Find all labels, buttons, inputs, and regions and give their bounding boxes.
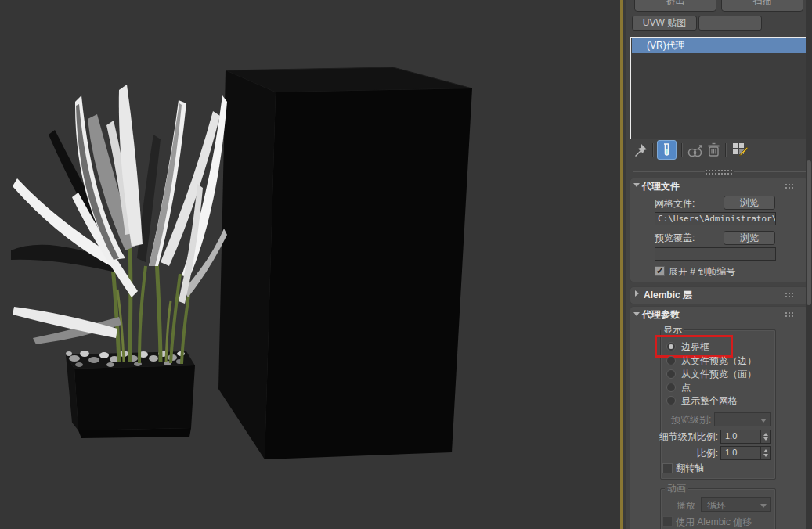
use-alembic-offset-label[interactable]: 使用 Alembic 偏移 [676, 516, 752, 529]
lod-scale-spinner[interactable]: 1.0 [720, 430, 771, 444]
rollout-title-proxy-params[interactable]: 代理参数 [642, 308, 680, 322]
radio-preview-from-file-edges[interactable] [666, 356, 676, 365]
radio-show-whole-mesh[interactable] [666, 396, 676, 405]
viewport-scene [0, 0, 620, 529]
preview-level-dropdown[interactable] [714, 412, 771, 426]
rollout-collapse-arrow-icon[interactable] [633, 312, 640, 316]
radio-preview-from-file-faces-label[interactable]: 从文件预览（面） [681, 368, 756, 381]
playback-label: 播放 [677, 499, 695, 513]
mesh-file-path-field[interactable]: C:\Users\Administrator\Do [655, 212, 776, 225]
radio-points-label[interactable]: 点 [681, 381, 691, 394]
modifier-stack-list[interactable]: (VR)代理 [630, 37, 807, 139]
playback-value: 循环 [707, 499, 726, 513]
modifier-stack-item-vray-proxy[interactable]: (VR)代理 [632, 38, 806, 53]
command-panel: 挤出 扫描 UVW 贴图 (VR)代理 [626, 0, 812, 529]
plant-pot [66, 351, 195, 438]
radio-points[interactable] [666, 383, 676, 392]
expand-frame-label[interactable]: 展开 # 到帧编号 [669, 265, 735, 279]
mesh-file-label: 网格文件: [655, 197, 695, 211]
rollout-drag-grip[interactable] [785, 311, 795, 318]
show-end-result-button[interactable] [657, 140, 677, 160]
sweep-button[interactable]: 扫描 [721, 0, 803, 12]
rollout-splitter-grip[interactable] [705, 169, 734, 175]
extrude-button[interactable]: 挤出 [634, 0, 716, 12]
radio-preview-from-file-edges-label[interactable]: 从文件预览（边） [681, 354, 756, 368]
mesh-file-browse-button[interactable]: 浏览 [724, 196, 775, 210]
blank-button[interactable] [698, 16, 762, 31]
configure-modifier-sets-icon[interactable] [731, 142, 749, 158]
make-unique-icon[interactable] [687, 144, 704, 157]
rollout-title-alembic[interactable]: Alembic 层 [644, 289, 692, 302]
use-alembic-offset-checkbox[interactable] [662, 516, 673, 527]
flip-axis-checkbox[interactable] [662, 463, 673, 473]
panel-scrollbar-thumb[interactable] [807, 160, 811, 305]
chevron-down-icon [760, 419, 767, 423]
proxy-box-object[interactable] [218, 67, 472, 459]
rollout-expand-arrow-icon[interactable] [635, 290, 639, 297]
preview-override-browse-button[interactable]: 浏览 [724, 231, 775, 245]
uvw-map-button[interactable]: UVW 贴图 [632, 16, 697, 31]
playback-dropdown[interactable]: 循环 [701, 497, 771, 512]
scale-spinner[interactable]: 1.0 [720, 446, 771, 460]
rollout-title-proxy-file[interactable]: 代理文件 [642, 180, 680, 193]
lod-scale-label: 细节级别比例: [655, 430, 718, 444]
viewport[interactable] [0, 0, 620, 529]
plant-object[interactable] [11, 85, 227, 438]
rollout-collapse-arrow-icon[interactable] [633, 183, 640, 187]
spinner-arrows-icon[interactable] [760, 430, 770, 443]
toolbar-separator [725, 143, 727, 157]
spinner-arrows-icon[interactable] [760, 447, 770, 459]
scale-label: 比例: [655, 447, 718, 460]
pin-stack-icon[interactable] [633, 142, 648, 158]
rollout-drag-grip[interactable] [785, 183, 795, 189]
expand-frame-checkbox[interactable] [655, 266, 665, 276]
flip-axis-label[interactable]: 翻转轴 [676, 462, 704, 475]
radio-show-whole-mesh-label[interactable]: 显示整个网格 [681, 394, 738, 408]
toolbar-separator [652, 143, 654, 157]
preview-level-label: 预览级别: [671, 413, 711, 426]
rollout-drag-grip[interactable] [785, 292, 795, 298]
preview-override-label: 预览覆盖: [655, 232, 695, 245]
animation-group-label: 动画 [665, 482, 688, 495]
radio-preview-from-file-faces[interactable] [666, 369, 676, 379]
toolbar-separator [681, 143, 683, 157]
chevron-down-icon [760, 504, 767, 508]
scale-value: 1.0 [725, 448, 737, 457]
remove-modifier-icon[interactable] [707, 142, 720, 157]
preview-override-path-field[interactable] [655, 247, 776, 261]
lod-scale-value: 1.0 [725, 431, 737, 441]
application-window: 挤出 扫描 UVW 贴图 (VR)代理 [0, 0, 812, 529]
